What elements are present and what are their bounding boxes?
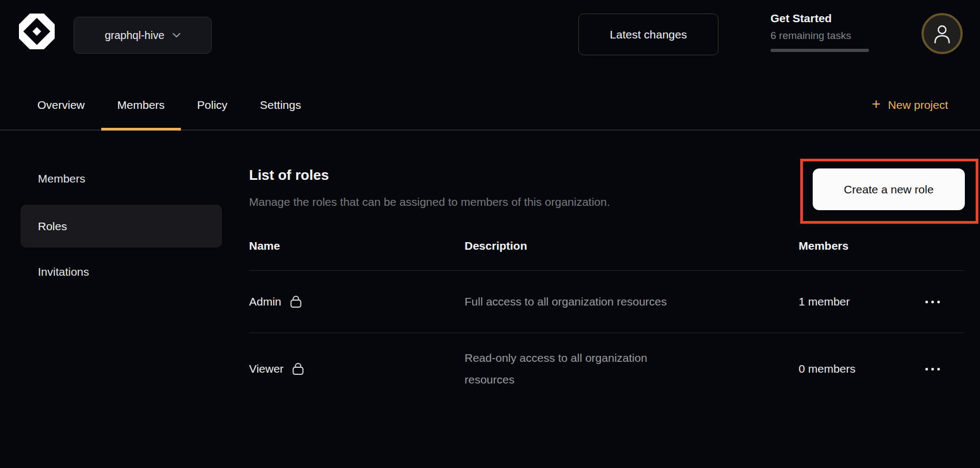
- column-header-name: Name: [249, 239, 465, 252]
- roles-panel: List of roles Manage the roles that can …: [249, 131, 964, 407]
- user-icon: [933, 24, 951, 43]
- tabs: Overview Members Policy Settings: [21, 80, 317, 129]
- user-avatar[interactable]: [922, 13, 963, 54]
- roles-table: Name Description Members Admin Full acce…: [249, 239, 964, 407]
- org-selector-label: graphql-hive: [104, 29, 164, 42]
- annotation-highlight-box: Create a new role: [800, 159, 978, 224]
- role-member-count: 0 members: [799, 362, 923, 375]
- role-name: Admin: [249, 295, 282, 308]
- table-header-row: Name Description Members: [249, 239, 964, 270]
- table-row-admin: Admin Full access to all organization re…: [249, 270, 964, 333]
- plus-icon: +: [872, 97, 880, 112]
- org-tabbar: Overview Members Policy Settings + New p…: [0, 80, 980, 131]
- create-new-role-button[interactable]: Create a new role: [813, 168, 965, 210]
- sidebar-item-roles[interactable]: Roles: [21, 205, 222, 248]
- role-member-count: 1 member: [799, 295, 923, 308]
- sidebar-item-invitations[interactable]: Invitations: [21, 251, 222, 292]
- sidebar-item-members[interactable]: Members: [21, 158, 222, 199]
- chevron-down-icon: [172, 32, 181, 38]
- tab-members[interactable]: Members: [101, 80, 181, 129]
- ellipsis-icon: [925, 301, 928, 303]
- get-started-progressbar: [770, 49, 869, 52]
- get-started-title: Get Started: [770, 12, 870, 25]
- column-header-members: Members: [799, 239, 923, 252]
- role-description: Read-only access to all organization res…: [465, 347, 714, 391]
- new-project-label: New project: [888, 99, 948, 112]
- lock-icon: [289, 295, 303, 309]
- latest-changes-button[interactable]: Latest changes: [578, 14, 718, 55]
- tab-settings[interactable]: Settings: [244, 80, 317, 129]
- lock-icon: [291, 362, 305, 376]
- app-window: graphql-hive Latest changes Get Started …: [0, 0, 980, 468]
- tab-overview[interactable]: Overview: [21, 80, 101, 129]
- new-project-button[interactable]: + New project: [872, 80, 948, 129]
- role-name: Viewer: [249, 362, 284, 375]
- row-menu-button[interactable]: [923, 295, 942, 309]
- column-header-description: Description: [465, 239, 799, 252]
- get-started-widget[interactable]: Get Started 6 remaining tasks: [770, 12, 870, 52]
- table-row-viewer: Viewer Read-only access to all organizat…: [249, 333, 964, 407]
- row-menu-button[interactable]: [923, 362, 942, 376]
- role-description: Full access to all organization resource…: [465, 291, 714, 313]
- org-selector[interactable]: graphql-hive: [74, 17, 212, 54]
- ellipsis-icon: [925, 368, 928, 370]
- get-started-subtitle: 6 remaining tasks: [770, 30, 870, 42]
- hive-logo-icon[interactable]: [19, 14, 55, 49]
- tab-policy[interactable]: Policy: [181, 80, 244, 129]
